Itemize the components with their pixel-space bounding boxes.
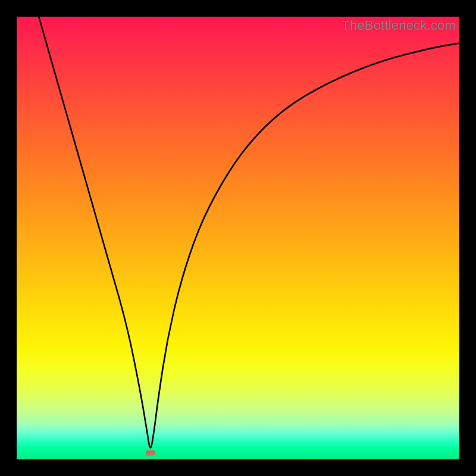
optimum-marker-icon — [146, 450, 155, 455]
chart-frame: TheBottleneck.com — [0, 0, 476, 476]
bottleneck-curve — [17, 17, 459, 459]
plot-area: TheBottleneck.com — [17, 17, 459, 459]
